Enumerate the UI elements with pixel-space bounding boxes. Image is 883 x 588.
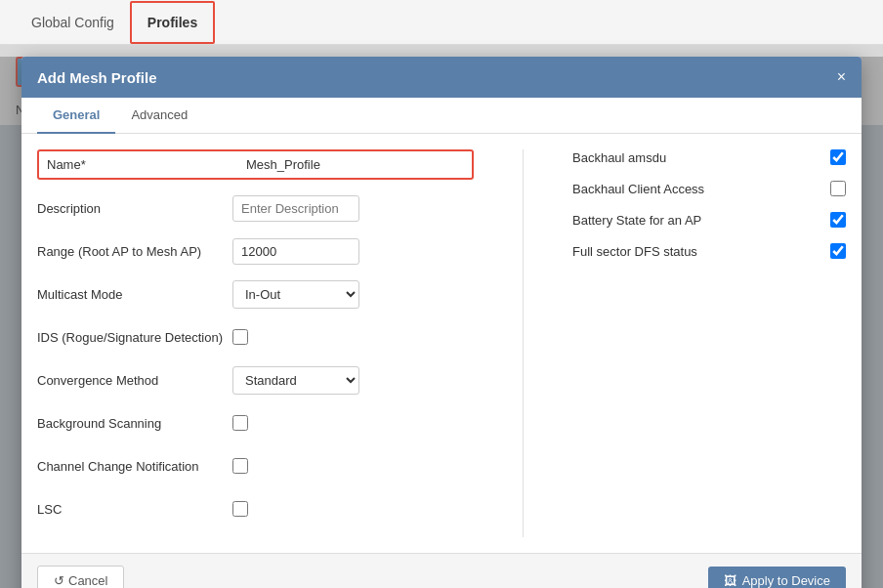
form-right: Backhaul amsdu Backhaul Client Access Ba… xyxy=(572,149,846,537)
backhaul-amsdu-checkbox[interactable] xyxy=(830,149,846,165)
modal-body: Name* Description Range (Root AP to Mesh… xyxy=(21,134,862,553)
tab-advanced[interactable]: Advanced xyxy=(115,98,203,134)
form-divider xyxy=(523,149,524,537)
tab-global-config[interactable]: Global Config xyxy=(16,3,130,42)
battery-checkbox[interactable] xyxy=(830,212,846,228)
name-label: Name* xyxy=(47,157,242,172)
lsc-checkbox-wrapper xyxy=(232,501,248,517)
backhaul-amsdu-label: Backhaul amsdu xyxy=(572,150,830,165)
ids-label: IDS (Rogue/Signature Detection) xyxy=(37,330,232,345)
lsc-checkbox[interactable] xyxy=(232,501,248,517)
apply-icon: 🖼 xyxy=(724,573,736,588)
backhaul-client-checkbox[interactable] xyxy=(830,181,846,196)
background-label: Background Scanning xyxy=(37,416,232,431)
backhaul-amsdu-row: Backhaul amsdu xyxy=(572,149,846,165)
range-row: Range (Root AP to Mesh AP) xyxy=(37,236,474,266)
modal-header: Add Mesh Profile × xyxy=(21,57,862,98)
ids-checkbox[interactable] xyxy=(232,329,248,345)
ids-checkbox-wrapper xyxy=(232,329,248,345)
name-input[interactable] xyxy=(242,155,369,174)
multicast-row: Multicast Mode In-Out In-Only Out-Only xyxy=(37,279,474,309)
backhaul-client-label: Backhaul Client Access xyxy=(572,182,830,196)
multicast-label: Multicast Mode xyxy=(37,287,232,302)
cancel-button[interactable]: ↺ Cancel xyxy=(37,566,124,588)
range-label: Range (Root AP to Mesh AP) xyxy=(37,244,232,259)
modal-footer: ↺ Cancel 🖼 Apply to Device xyxy=(21,553,862,588)
description-row: Description xyxy=(37,193,474,223)
backhaul-client-row: Backhaul Client Access xyxy=(572,181,846,196)
full-sector-row: Full sector DFS status xyxy=(572,243,846,259)
full-sector-checkbox[interactable] xyxy=(830,243,846,259)
apply-label: Apply to Device xyxy=(742,573,830,588)
channel-checkbox[interactable] xyxy=(232,458,248,474)
range-input[interactable] xyxy=(232,238,359,265)
tab-profiles[interactable]: Profiles xyxy=(130,1,215,44)
background-checkbox-wrapper xyxy=(232,415,248,431)
description-label: Description xyxy=(37,201,232,216)
top-nav: Global Config Profiles xyxy=(0,0,883,45)
battery-row: Battery State for an AP xyxy=(572,212,846,228)
convergence-row: Convergence Method Standard Fast xyxy=(37,365,474,395)
modal-title: Add Mesh Profile xyxy=(37,69,157,86)
convergence-select[interactable]: Standard Fast xyxy=(232,366,359,395)
multicast-select[interactable]: In-Out In-Only Out-Only xyxy=(232,280,359,309)
name-field-row: Name* xyxy=(37,149,474,180)
convergence-label: Convergence Method xyxy=(37,373,232,388)
channel-checkbox-wrapper xyxy=(232,458,248,474)
lsc-label: LSC xyxy=(37,502,232,517)
cancel-label: Cancel xyxy=(68,573,107,588)
cancel-icon: ↺ xyxy=(54,573,64,588)
description-input[interactable] xyxy=(232,195,359,222)
channel-label: Channel Change Notification xyxy=(37,459,232,474)
full-sector-label: Full sector DFS status xyxy=(572,244,830,259)
channel-row: Channel Change Notification xyxy=(37,451,474,481)
modal-tabs: General Advanced xyxy=(21,98,862,134)
modal: Add Mesh Profile × General Advanced Name… xyxy=(21,57,862,588)
background-row: Background Scanning xyxy=(37,408,474,438)
lsc-row: LSC xyxy=(37,494,474,524)
form-left: Name* Description Range (Root AP to Mesh… xyxy=(37,149,474,537)
modal-close-button[interactable]: × xyxy=(837,68,846,86)
background-checkbox[interactable] xyxy=(232,415,248,431)
modal-overlay: Add Mesh Profile × General Advanced Name… xyxy=(0,57,883,588)
ids-row: IDS (Rogue/Signature Detection) xyxy=(37,322,474,352)
apply-button[interactable]: 🖼 Apply to Device xyxy=(708,567,846,588)
tab-general[interactable]: General xyxy=(37,98,115,134)
battery-label: Battery State for an AP xyxy=(572,213,830,228)
